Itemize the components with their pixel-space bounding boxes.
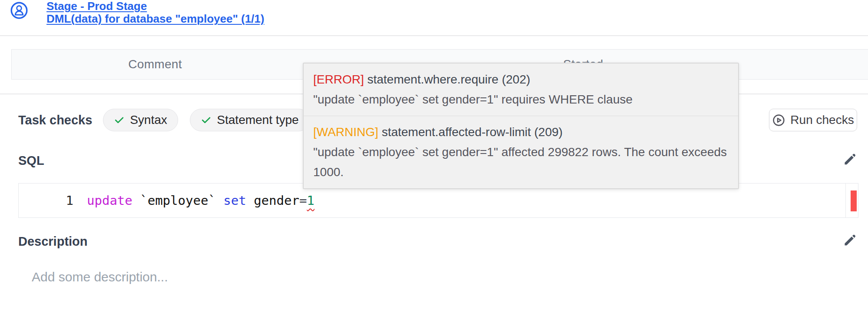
sql-token-number-with-error-squiggle: 1 <box>307 193 314 208</box>
sql-token-identifier: gender <box>246 193 299 208</box>
user-avatar-icon <box>10 1 28 20</box>
check-badge-label: Syntax <box>130 113 167 127</box>
check-result-error: [ERROR] statement.where.require (202) "u… <box>304 63 738 116</box>
check-badge-syntax[interactable]: Syntax <box>103 109 178 131</box>
check-result-title: [ERROR] statement.where.require (202) <box>313 70 729 90</box>
sql-token-operator: = <box>299 193 307 208</box>
error-marker <box>851 190 857 211</box>
check-badge-label: Statement type <box>217 113 298 127</box>
check-result-title: [WARNING] statement.affected-row-limit (… <box>313 122 729 142</box>
rule-name: statement.affected-row-limit (209) <box>382 125 563 139</box>
sql-token-keyword: update <box>87 193 133 208</box>
task-check-result-tooltip: [ERROR] statement.where.require (202) "u… <box>303 63 739 189</box>
rule-name: statement.where.require (202) <box>367 73 530 86</box>
pencil-icon <box>842 233 858 249</box>
issue-task-link[interactable]: DML(data) for database "employee" (1/1) <box>46 13 264 25</box>
header-divider <box>0 35 868 36</box>
sql-token-keyword: set <box>223 193 246 208</box>
column-header-comment: Comment <box>12 50 298 79</box>
severity-badge-warning: [WARNING] <box>313 125 378 139</box>
severity-badge-error: [ERROR] <box>313 73 364 86</box>
check-icon <box>114 115 125 126</box>
sql-code-text: update `employee` set gender=1 <box>87 193 315 208</box>
edit-description-button[interactable] <box>842 233 858 249</box>
check-icon <box>201 115 212 126</box>
run-checks-button[interactable]: Run checks <box>769 109 857 131</box>
description-section-label: Description <box>18 234 88 249</box>
check-result-message: "update `employee` set gender=1" affecte… <box>313 142 729 182</box>
edit-sql-button[interactable] <box>842 152 858 168</box>
stage-link[interactable]: Stage - Prod Stage <box>46 0 264 13</box>
check-result-message: "update `employee` set gender=1" require… <box>313 90 729 110</box>
line-number: 1 <box>47 193 73 208</box>
check-result-warning: [WARNING] statement.affected-row-limit (… <box>304 116 738 188</box>
sql-section-label: SQL <box>18 153 44 168</box>
issue-detail-page: Stage - Prod Stage DML(data) for databas… <box>0 0 868 314</box>
description-placeholder[interactable]: Add some description... <box>32 269 168 285</box>
check-badge-statement-type[interactable]: Statement type <box>190 109 310 131</box>
editor-overview-ruler[interactable] <box>845 184 858 217</box>
task-checks-label: Task checks <box>18 109 92 131</box>
run-checks-label: Run checks <box>790 113 854 127</box>
sql-token-identifier: `employee` <box>133 193 224 208</box>
pencil-icon <box>842 152 858 168</box>
breadcrumb: Stage - Prod Stage DML(data) for databas… <box>46 0 264 25</box>
play-circle-icon <box>772 114 785 127</box>
